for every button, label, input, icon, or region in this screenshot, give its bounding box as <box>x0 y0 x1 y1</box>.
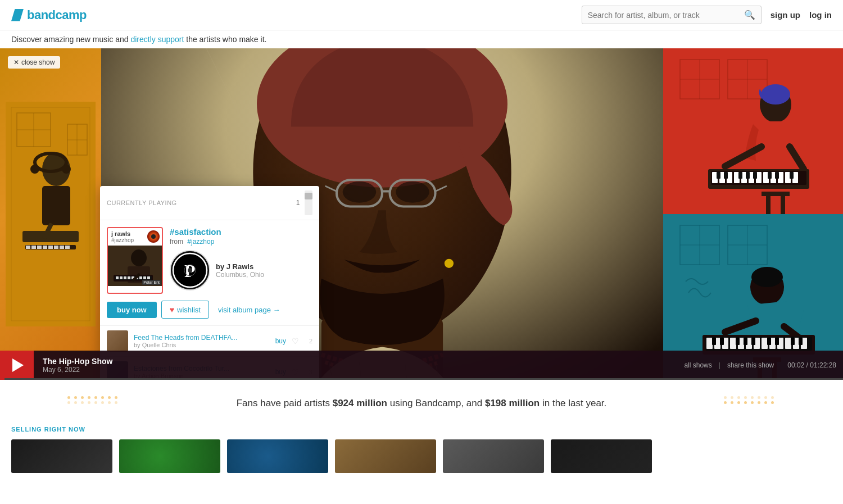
play-button-bar[interactable] <box>0 351 34 380</box>
search-icon: 🔍 <box>744 10 755 20</box>
dot <box>764 401 767 404</box>
right-top-illustration <box>663 48 843 214</box>
artist-label-badge: Polar Ent <box>142 280 161 285</box>
queue-buy-1[interactable]: buy <box>275 337 286 345</box>
selling-item-4[interactable] <box>335 439 436 473</box>
header-right: 🔍 sign up log in <box>582 6 832 24</box>
svg-rect-121 <box>128 276 130 279</box>
selling-item-2[interactable] <box>119 439 220 473</box>
svg-rect-73 <box>766 196 771 214</box>
tagline-link[interactable]: directly support <box>130 35 184 44</box>
track-title: #satisfaction <box>170 227 312 237</box>
svg-point-132 <box>188 268 192 273</box>
selling-item-5[interactable] <box>443 439 544 473</box>
buy-now-button[interactable]: buy now <box>107 302 157 318</box>
svg-point-46 <box>761 84 790 105</box>
svg-rect-104 <box>744 338 747 345</box>
track-artist-info: by J Rawls Columbus, Ohio <box>216 262 264 279</box>
queue-heart-1[interactable]: ♡ <box>292 337 299 346</box>
svg-rect-107 <box>775 338 779 345</box>
svg-rect-91 <box>730 338 736 349</box>
artist-card: j rawls #jazzhop <box>107 227 163 294</box>
wishlist-button[interactable]: ♥ wishlist <box>161 301 209 319</box>
dot <box>67 401 70 404</box>
visit-album-button[interactable]: visit album page → <box>214 302 285 318</box>
selling-item-3[interactable] <box>227 439 328 473</box>
artist-card-header: j rawls #jazzhop <box>108 228 162 246</box>
artist-tag: #jazzhop <box>111 237 134 243</box>
stats-text-before: Fans have paid artists <box>237 398 333 408</box>
dot <box>67 396 70 399</box>
player-bar: The Hip-Hop Show May 6, 2022 all shows |… <box>0 351 843 380</box>
svg-rect-125 <box>143 276 146 279</box>
stats-text-after: in the last year. <box>540 398 606 408</box>
dot <box>758 401 760 404</box>
stats-text-middle: using Bandcamp, and <box>387 398 485 408</box>
share-show-link[interactable]: share this show <box>727 361 774 369</box>
tagline-text-before: Discover amazing new music and <box>11 35 130 44</box>
svg-rect-124 <box>139 276 142 279</box>
dot <box>94 396 97 399</box>
album-art-area: P by J Rawls Columbus, Ohio <box>170 250 312 290</box>
close-show-button[interactable]: ✕ close show <box>8 56 60 69</box>
search-input[interactable] <box>588 11 740 20</box>
queue-track-info-1: Feed The Heads from DEATHFA... by Quelle… <box>134 334 270 348</box>
svg-rect-95 <box>762 338 768 349</box>
dot <box>737 401 740 404</box>
left-panel-illustration <box>6 102 96 326</box>
dot <box>94 401 97 404</box>
wishlist-label: wishlist <box>177 306 201 314</box>
player-actions: buy now ♥ wishlist visit album page → <box>100 301 319 325</box>
logo[interactable]: bandcamp <box>11 8 87 22</box>
dot <box>771 396 774 399</box>
bar-separator: | <box>719 361 720 369</box>
svg-rect-70 <box>775 172 779 179</box>
svg-rect-88 <box>706 338 713 349</box>
dot <box>81 401 84 404</box>
svg-rect-10 <box>31 246 36 249</box>
search-bar[interactable]: 🔍 <box>582 6 762 24</box>
all-shows-link[interactable]: all shows <box>684 361 711 369</box>
track-location: Columbus, Ohio <box>216 271 264 279</box>
bar-show-title: The Hip-Hop Show <box>43 357 668 366</box>
dot <box>724 401 727 404</box>
svg-rect-103 <box>736 338 740 345</box>
selling-item-1[interactable] <box>11 439 112 473</box>
artist-name-small: j rawls <box>111 230 134 237</box>
svg-rect-14 <box>54 246 58 249</box>
vinyl-inner <box>151 234 156 239</box>
svg-point-19 <box>30 165 39 174</box>
scrollbar-thumb <box>305 193 312 199</box>
close-show-label: close show <box>21 58 55 66</box>
queue-count: 1 <box>296 199 300 207</box>
dot <box>108 396 111 399</box>
track-tag-link[interactable]: #jazzhop <box>187 238 214 246</box>
stats-amount2: $198 million <box>485 398 540 408</box>
svg-rect-13 <box>48 246 53 249</box>
scrollbar[interactable] <box>305 190 312 215</box>
svg-rect-120 <box>124 276 126 279</box>
dot <box>724 396 727 399</box>
selling-item-6[interactable] <box>551 439 652 473</box>
dot <box>115 396 117 399</box>
dot <box>764 396 767 399</box>
svg-rect-108 <box>791 338 795 345</box>
queue-artist-1: by Quelle Chris <box>134 342 270 348</box>
svg-rect-71 <box>790 172 794 179</box>
svg-rect-106 <box>767 338 771 345</box>
svg-rect-64 <box>717 172 720 179</box>
svg-point-36 <box>396 181 429 203</box>
track-by: by J Rawls <box>216 262 264 271</box>
bar-track-info: The Hip-Hop Show May 6, 2022 <box>34 357 677 374</box>
svg-rect-11 <box>37 246 42 249</box>
bar-show-meta: May 6, 2022 <box>43 366 668 374</box>
progress-fill <box>0 378 4 380</box>
login-link[interactable]: log in <box>809 10 832 20</box>
svg-rect-98 <box>785 338 791 349</box>
track-info: #satisfaction from #jazzhop P <box>170 227 312 294</box>
svg-rect-7 <box>22 231 79 242</box>
signup-link[interactable]: sign up <box>771 10 800 20</box>
progress-bar[interactable] <box>0 378 843 380</box>
current-track: j rawls #jazzhop <box>100 220 319 301</box>
queue-title-1: Feed The Heads from DEATHFA... <box>134 334 270 342</box>
